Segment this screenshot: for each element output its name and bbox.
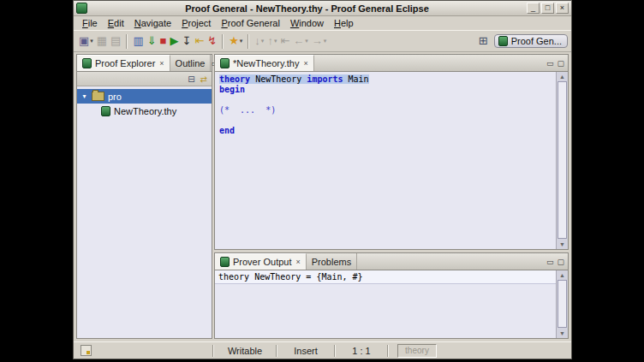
prover-output-line: theory NewTheory = {Main, #}: [215, 270, 556, 284]
dropdown-arrow-icon[interactable]: ▾: [261, 38, 265, 45]
identifier: Main: [343, 74, 369, 84]
identifier: NewTheory: [250, 74, 307, 84]
menu-help[interactable]: Help: [329, 18, 359, 28]
editor-body: theory NewTheory imports Main begin (* .…: [215, 72, 568, 249]
print-button: ▤: [109, 33, 122, 50]
menu-proof-general[interactable]: Proof General: [216, 18, 285, 28]
goto-end-icon: ⇓: [147, 33, 157, 50]
code-line-1: theory NewTheory imports Main: [219, 74, 556, 85]
scroll-down-icon[interactable]: ▼: [559, 329, 565, 338]
toolbar-separator: [247, 34, 249, 49]
proof-explorer-view: Proof Explorer × Outline ▭ ▢ ⊟ ⇄ ▾: [76, 54, 212, 339]
run-external-tools-icon: ★: [229, 33, 239, 50]
collapse-all-icon[interactable]: ⊟: [188, 74, 194, 84]
goto-end-button[interactable]: ⇓: [146, 33, 158, 50]
tab-label: Problems: [312, 257, 351, 267]
dropdown-arrow-icon[interactable]: ▾: [274, 38, 277, 45]
minimize-button[interactable]: _: [527, 3, 540, 14]
code-line-5: [219, 116, 556, 126]
scroll-up-icon[interactable]: ▲: [559, 270, 565, 280]
explorer-toolbar: ⊟ ⇄: [77, 72, 212, 86]
maximize-button[interactable]: □: [541, 3, 554, 14]
interrupt-button[interactable]: ↯: [206, 33, 218, 50]
disclosure-icon[interactable]: ▾: [80, 92, 88, 100]
perspective-bar: ⊞ Proof Gen...: [477, 33, 568, 50]
theory-file-icon: [101, 106, 110, 116]
tab-label: Prover Output: [233, 257, 291, 267]
perspective-proof-general[interactable]: Proof Gen...: [494, 34, 568, 48]
next-step-button[interactable]: ▶: [168, 33, 180, 50]
console-tab-row: Prover Output × Problems ▭ ▢: [215, 253, 568, 270]
tab-newtheory-editor[interactable]: *NewTheory.thy ×: [215, 55, 314, 71]
tree-row-file[interactable]: NewTheory.thy: [77, 104, 212, 118]
tab-prover-output[interactable]: Prover Output ×: [215, 253, 307, 270]
minimize-view-icon[interactable]: ▭: [546, 59, 554, 68]
tab-label: Outline: [176, 58, 206, 68]
theory-file-icon: [220, 58, 230, 68]
file-label: NewTheory.thy: [114, 106, 176, 116]
scroll-up-icon[interactable]: ▲: [559, 72, 565, 81]
tab-proof-explorer[interactable]: Proof Explorer ×: [77, 55, 170, 71]
print-icon: ▤: [110, 33, 121, 50]
dropdown-arrow-icon[interactable]: ▾: [90, 38, 93, 45]
forward-button: →▾: [310, 33, 329, 50]
close-tab-icon[interactable]: ×: [303, 59, 307, 68]
prover-output-view: Prover Output × Problems ▭ ▢ theory NewT…: [214, 252, 569, 339]
prev-annotation-icon: ↑: [267, 33, 273, 50]
goto-cursor-button[interactable]: ↧: [180, 33, 193, 50]
close-button[interactable]: ×: [556, 3, 569, 14]
proof-explorer-icon: [82, 58, 92, 68]
next-annotation-icon: ↓: [254, 33, 260, 50]
last-edit-location-button: ⇤: [278, 33, 291, 50]
explorer-tab-row: Proof Explorer × Outline ▭ ▢: [77, 55, 212, 72]
tab-spacer: [314, 55, 546, 71]
console-body: theory NewTheory = {Main, #} ▲ ▼: [215, 270, 568, 338]
prover-output-text-area[interactable]: theory NewTheory = {Main, #}: [215, 270, 556, 338]
next-step-icon: ▶: [170, 33, 178, 50]
dropdown-arrow-icon[interactable]: ▾: [324, 38, 327, 45]
dropdown-arrow-icon[interactable]: ▾: [240, 38, 243, 45]
editor-tab-row: *NewTheory.thy × ▭ ▢: [215, 55, 568, 72]
stop-button[interactable]: ■: [158, 33, 169, 50]
editor-view: *NewTheory.thy × ▭ ▢ theory NewTheory im…: [214, 54, 569, 250]
menu-file[interactable]: File: [77, 18, 103, 28]
editor-scrollbar[interactable]: ▲ ▼: [556, 72, 568, 249]
menu-navigate[interactable]: Navigate: [129, 18, 176, 28]
tab-spacer: [357, 253, 546, 270]
scrollbar-thumb[interactable]: [558, 81, 567, 239]
menu-bar: File Edit Navigate Project Proof General…: [74, 16, 571, 30]
code-area[interactable]: theory NewTheory imports Main begin (* .…: [215, 72, 556, 249]
menu-project[interactable]: Project: [176, 18, 216, 28]
toggle-scripting-button[interactable]: ▥: [131, 33, 145, 50]
menu-edit[interactable]: Edit: [103, 18, 129, 28]
menu-window[interactable]: Window: [285, 18, 329, 28]
dropdown-arrow-icon[interactable]: ▾: [305, 38, 308, 45]
scroll-down-icon[interactable]: ▼: [559, 240, 565, 249]
caret-position-status: 1 : 1: [336, 342, 387, 359]
open-perspective-button[interactable]: ⊞: [477, 33, 490, 50]
scrollbar-thumb[interactable]: [558, 280, 567, 328]
project-folder-icon: [92, 92, 104, 101]
tab-outline[interactable]: Outline: [170, 55, 212, 71]
close-tab-icon[interactable]: ×: [159, 59, 164, 68]
title-bar: Proof General - NewTheory.thy - Proof Ge…: [74, 1, 571, 16]
maximize-view-icon[interactable]: ▢: [557, 59, 564, 68]
stop-icon: ■: [160, 33, 167, 50]
writable-status: Writable: [214, 342, 276, 359]
prev-annotation-button: ↑▾: [265, 33, 278, 50]
run-external-tools-button[interactable]: ★▾: [227, 33, 244, 50]
statusbar-lead: [74, 345, 212, 356]
maximize-view-icon[interactable]: ▢: [557, 258, 564, 266]
close-tab-icon[interactable]: ×: [295, 258, 300, 266]
tree-row-project[interactable]: ▾ pro: [77, 89, 212, 104]
fast-view-icon[interactable]: [80, 345, 92, 356]
console-scrollbar[interactable]: ▲ ▼: [556, 270, 568, 338]
app-icon: [76, 3, 87, 14]
tab-label: *NewTheory.thy: [233, 58, 299, 68]
new-wizard-button[interactable]: ▣▾: [77, 33, 95, 50]
undo-step-button[interactable]: ⇤: [193, 33, 206, 50]
link-with-editor-icon[interactable]: ⇄: [200, 74, 207, 84]
app-window: Proof General - NewTheory.thy - Proof Ge…: [73, 0, 572, 359]
minimize-view-icon[interactable]: ▭: [546, 258, 554, 266]
tab-problems[interactable]: Problems: [307, 253, 357, 270]
